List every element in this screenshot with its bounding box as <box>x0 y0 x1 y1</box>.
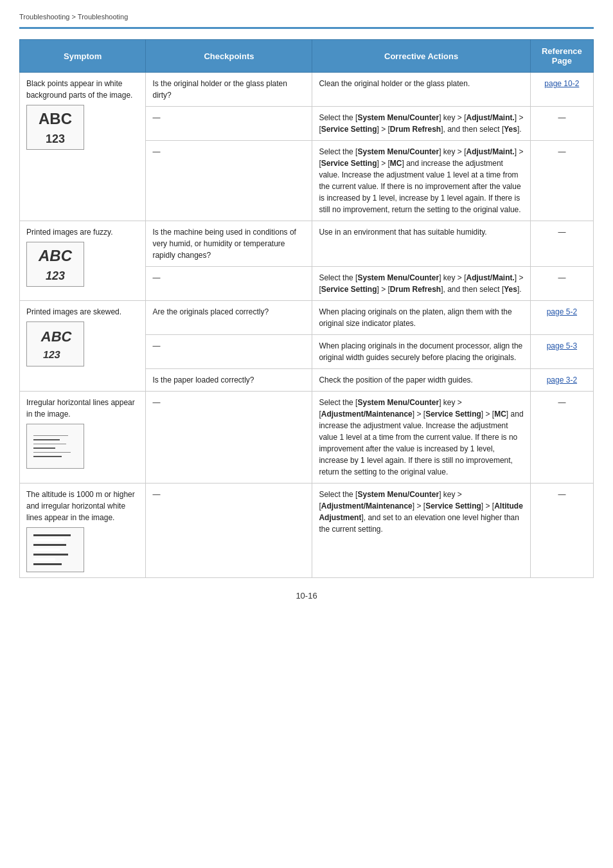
reference-cell: — <box>530 107 593 141</box>
reference-cell: — <box>530 221 593 267</box>
reference-cell: — <box>530 484 593 578</box>
symptom-image-fuzzy: ABC 123 <box>26 242 84 287</box>
checkpoint-cell: — <box>146 335 312 369</box>
corrective-action-cell: Use in an environment that has suitable … <box>312 221 530 267</box>
table-row: Printed images are skewed. ABC 123 Are t… <box>20 301 594 335</box>
symptom-text: Printed images are fuzzy. <box>26 228 113 237</box>
table-row: Printed images are fuzzy. ABC 123 Is the… <box>20 221 594 267</box>
header-checkpoints: Checkpoints <box>146 40 312 73</box>
page-link-3-2[interactable]: page 3-2 <box>547 375 577 384</box>
reference-cell: — <box>530 141 593 221</box>
header-reference-page: Reference Page <box>530 40 593 73</box>
symptom-image-skewed: ABC 123 <box>26 321 84 366</box>
page-number: 10-16 <box>19 591 594 601</box>
symptom-image-altitude <box>26 527 84 572</box>
symptom-text: Irregular horizontal lines appear in the… <box>26 398 135 419</box>
symptom-text: Black points appear in white background … <box>26 79 132 100</box>
reference-cell: page 3-2 <box>530 369 593 392</box>
corrective-action-cell: Clean the original holder or the glass p… <box>312 73 530 107</box>
symptom-image-abc123: ABC 123 <box>26 105 84 150</box>
corrective-action-cell: Select the [System Menu/Counter] key > [… <box>312 484 530 578</box>
checkpoint-cell: — <box>146 141 312 221</box>
reference-cell: page 10-2 <box>530 73 593 107</box>
header-symptom: Symptom <box>20 40 146 73</box>
symptom-text: Printed images are skewed. <box>26 307 121 316</box>
symptom-cell: The altitude is 1000 m or higher and irr… <box>20 484 146 578</box>
corrective-action-cell: Select the [System Menu/Counter] key > [… <box>312 392 530 484</box>
top-border <box>19 27 594 29</box>
symptom-cell: Printed images are skewed. ABC 123 <box>20 301 146 392</box>
header-corrective-actions: Corrective Actions <box>312 40 530 73</box>
reference-cell: page 5-2 <box>530 301 593 335</box>
checkpoint-cell: Are the originals placed correctly? <box>146 301 312 335</box>
symptom-image-lines <box>26 424 84 469</box>
symptom-text: The altitude is 1000 m or higher and irr… <box>26 490 135 522</box>
table-row: Black points appear in white background … <box>20 73 594 107</box>
checkpoint-cell: — <box>146 267 312 301</box>
corrective-action-cell: Check the position of the paper width gu… <box>312 369 530 392</box>
reference-cell: — <box>530 267 593 301</box>
table-row: Irregular horizontal lines appear in the… <box>20 392 594 484</box>
corrective-action-cell: Select the [System Menu/Counter] key > [… <box>312 267 530 301</box>
reference-cell: — <box>530 392 593 484</box>
table-row: The altitude is 1000 m or higher and irr… <box>20 484 594 578</box>
troubleshooting-table: Symptom Checkpoints Corrective Actions R… <box>19 39 594 578</box>
checkpoint-cell: Is the original holder or the glass plat… <box>146 73 312 107</box>
page-link-5-2[interactable]: page 5-2 <box>547 307 577 316</box>
checkpoint-cell: Is the machine being used in conditions … <box>146 221 312 267</box>
checkpoint-cell: — <box>146 107 312 141</box>
symptom-cell: Irregular horizontal lines appear in the… <box>20 392 146 484</box>
checkpoint-cell: — <box>146 392 312 484</box>
page-link-10-2[interactable]: page 10-2 <box>544 79 579 88</box>
page-link-5-3[interactable]: page 5-3 <box>547 341 577 350</box>
corrective-action-cell: Select the [System Menu/Counter] key > [… <box>312 107 530 141</box>
corrective-action-cell: Select the [System Menu/Counter] key > [… <box>312 141 530 221</box>
corrective-action-cell: When placing originals on the platen, al… <box>312 301 530 335</box>
breadcrumb: Troubleshooting > Troubleshooting <box>19 13 594 21</box>
checkpoint-cell: — <box>146 484 312 578</box>
reference-cell: page 5-3 <box>530 335 593 369</box>
symptom-cell: Black points appear in white background … <box>20 73 146 221</box>
corrective-action-cell: When placing originals in the document p… <box>312 335 530 369</box>
symptom-cell: Printed images are fuzzy. ABC 123 <box>20 221 146 301</box>
checkpoint-cell: Is the paper loaded correctly? <box>146 369 312 392</box>
